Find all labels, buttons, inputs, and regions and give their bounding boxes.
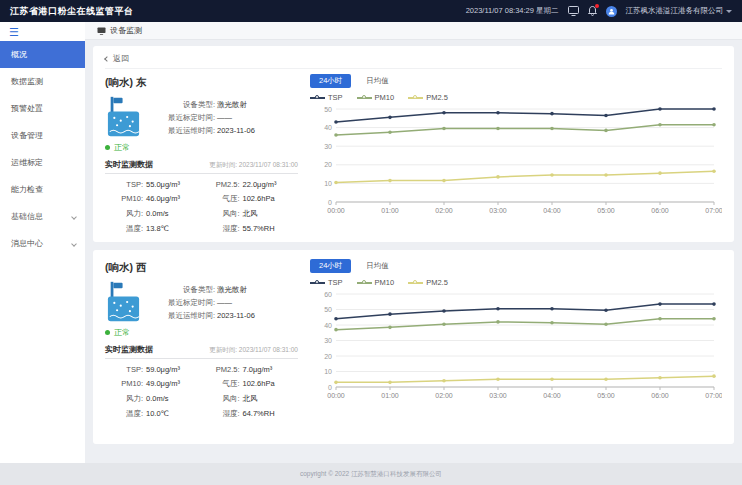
header-right-cluster: 2023/11/07 08:34:29 星期二 江苏枫水港溢江港务有限公司 — [466, 6, 732, 17]
legend-item-PM2.5[interactable]: PM2.5 — [408, 278, 448, 287]
sidebar: ☰ 概况数据监测预警处置设备管理运维标定能力检查基础信息消息中心 — [0, 22, 85, 463]
legend-item-PM2.5[interactable]: PM2.5 — [408, 93, 448, 102]
device-info-row: 最近运维时间:2023-11-06 — [151, 124, 255, 137]
device-summary: 设备类型:激光散射最近标定时间:——最近运维时间:2023-11-06 — [105, 95, 298, 139]
sidebar-menu: 概况数据监测预警处置设备管理运维标定能力检查基础信息消息中心 — [0, 41, 85, 257]
hamburger-menu-icon[interactable]: ☰ — [0, 22, 85, 41]
tab-daily-avg[interactable]: 日均值 — [357, 74, 398, 88]
device-info: 设备类型:激光散射最近标定时间:——最近运维时间:2023-11-06 — [151, 283, 255, 324]
realtime-title: 实时监测数据 — [105, 344, 153, 355]
device-info-row: 最近运维时间:2023-11-06 — [151, 309, 255, 322]
legend-label: TSP — [328, 278, 343, 287]
metric: 湿度:55.7%RH — [202, 224, 299, 234]
svg-text:0: 0 — [328, 384, 332, 391]
metric: 风向:北风 — [202, 394, 299, 404]
monitor-icon[interactable] — [568, 6, 579, 16]
legend-item-PM10[interactable]: PM10 — [357, 278, 395, 287]
tab-24h[interactable]: 24小时 — [310, 74, 351, 88]
svg-text:10: 10 — [324, 180, 332, 187]
breadcrumb[interactable]: 设备监测 — [85, 22, 742, 40]
sidebar-item-4[interactable]: 运维标定 — [0, 149, 85, 176]
chevron-down-icon — [71, 214, 77, 220]
metric: PM2.5:7.0μg/m³ — [202, 365, 299, 374]
header-datetime: 2023/11/07 08:34:29 星期二 — [466, 6, 559, 16]
sidebar-item-1[interactable]: 数据监测 — [0, 68, 85, 95]
station-name: (响水) 东 — [105, 76, 298, 90]
metrics-grid: TSP:59.0μg/m³PM2.5:7.0μg/m³PM10:49.0μg/m… — [105, 359, 298, 419]
tab-24h[interactable]: 24小时 — [310, 259, 351, 273]
device-info-row: 最近标定时间:—— — [151, 111, 255, 124]
station-section: (响水) 西 设备类型:激光散射最近标定时间:— — [105, 254, 722, 419]
svg-text:60: 60 — [324, 291, 332, 298]
svg-text:40: 40 — [324, 124, 332, 131]
metric: PM10:49.0μg/m³ — [105, 379, 202, 389]
notification-badge — [595, 4, 599, 8]
legend-marker-icon — [310, 94, 325, 101]
legend-marker-icon — [408, 279, 423, 286]
metric: 温度:10.0℃ — [105, 409, 202, 419]
svg-text:05:00: 05:00 — [597, 392, 615, 399]
page-footer: copyright © 2022 江苏智慧港口科技发展有限公司 — [0, 463, 742, 485]
tab-daily-avg[interactable]: 日均值 — [357, 259, 398, 273]
dust-monitor-device-icon — [105, 280, 142, 324]
svg-text:30: 30 — [324, 143, 332, 150]
realtime-header: 实时监测数据 更新时间: 2023/11/07 08:31:00 — [105, 159, 298, 174]
line-chart-west: 010203040506000:0001:0002:0003:0004:0005… — [310, 288, 722, 402]
svg-text:07:00: 07:00 — [705, 392, 722, 399]
svg-text:40: 40 — [324, 322, 332, 329]
sidebar-item-5[interactable]: 能力检查 — [0, 176, 85, 203]
legend-item-TSP[interactable]: TSP — [310, 278, 343, 287]
legend-item-TSP[interactable]: TSP — [310, 93, 343, 102]
svg-text:03:00: 03:00 — [489, 392, 507, 399]
company-dropdown[interactable]: 江苏枫水港溢江港务有限公司 — [626, 6, 733, 16]
svg-text:05:00: 05:00 — [597, 207, 615, 214]
station-card-west: (响水) 西 设备类型:激光散射最近标定时间:— — [93, 250, 734, 444]
copyright-text: copyright © 2022 江苏智慧港口科技发展有限公司 — [300, 470, 442, 479]
legend-marker-icon — [357, 279, 372, 286]
svg-text:04:00: 04:00 — [543, 392, 561, 399]
back-button[interactable]: 返回 — [105, 50, 722, 69]
svg-text:04:00: 04:00 — [543, 207, 561, 214]
top-header: 江苏省港口粉尘在线监管平台 2023/11/07 08:34:29 星期二 江苏… — [0, 0, 742, 22]
device-summary: 设备类型:激光散射最近标定时间:——最近运维时间:2023-11-06 — [105, 280, 298, 324]
sidebar-item-3[interactable]: 设备管理 — [0, 122, 85, 149]
legend-item-PM10[interactable]: PM10 — [357, 93, 395, 102]
back-label: 返回 — [113, 53, 129, 64]
metrics-grid: TSP:55.0μg/m³PM2.5:22.0μg/m³PM10:46.0μg/… — [105, 174, 298, 234]
realtime-header: 实时监测数据 更新时间: 2023/11/07 08:31:00 — [105, 344, 298, 359]
chart-period-tabs: 24小时 日均值 — [310, 74, 722, 88]
station-chart-panel: 24小时 日均值 TSPPM10PM2.5 010203040506000:00… — [310, 254, 722, 419]
legend-label: PM2.5 — [426, 93, 448, 102]
svg-text:00:00: 00:00 — [327, 207, 345, 214]
svg-text:03:00: 03:00 — [489, 207, 507, 214]
avatar-icon[interactable] — [606, 6, 617, 17]
sample-time: 更新时间: 2023/11/07 08:31:00 — [209, 346, 298, 355]
sidebar-item-7[interactable]: 消息中心 — [0, 230, 85, 257]
metric: 气压:102.6hPa — [202, 194, 299, 204]
status-badge: 正常 — [105, 142, 298, 153]
sidebar-item-2[interactable]: 预警处置 — [0, 95, 85, 122]
company-name: 江苏枫水港溢江港务有限公司 — [626, 6, 724, 16]
app-title: 江苏省港口粉尘在线监管平台 — [10, 5, 134, 18]
realtime-title: 实时监测数据 — [105, 159, 153, 170]
metric: 气压:102.6hPa — [202, 379, 299, 389]
chevron-down-icon — [726, 10, 732, 13]
legend-marker-icon — [357, 94, 372, 101]
svg-text:06:00: 06:00 — [651, 392, 669, 399]
device-info-row: 设备类型:激光散射 — [151, 98, 255, 111]
station-chart-panel: 24小时 日均值 TSPPM10PM2.5 0102030405000:0001… — [310, 69, 722, 234]
svg-text:07:00: 07:00 — [705, 207, 722, 214]
svg-text:20: 20 — [324, 353, 332, 360]
metric: 风力:0.0m/s — [105, 394, 202, 404]
metric: TSP:55.0μg/m³ — [105, 180, 202, 189]
svg-text:30: 30 — [324, 337, 332, 344]
legend-label: PM10 — [375, 93, 395, 102]
metric: PM2.5:22.0μg/m³ — [202, 180, 299, 189]
bell-icon[interactable] — [588, 6, 597, 16]
sidebar-item-6[interactable]: 基础信息 — [0, 203, 85, 230]
metric: TSP:59.0μg/m³ — [105, 365, 202, 374]
metric: 风力:0.0m/s — [105, 209, 202, 219]
svg-text:50: 50 — [324, 306, 332, 313]
metric: 温度:13.8℃ — [105, 224, 202, 234]
sidebar-item-0[interactable]: 概况 — [0, 41, 85, 68]
